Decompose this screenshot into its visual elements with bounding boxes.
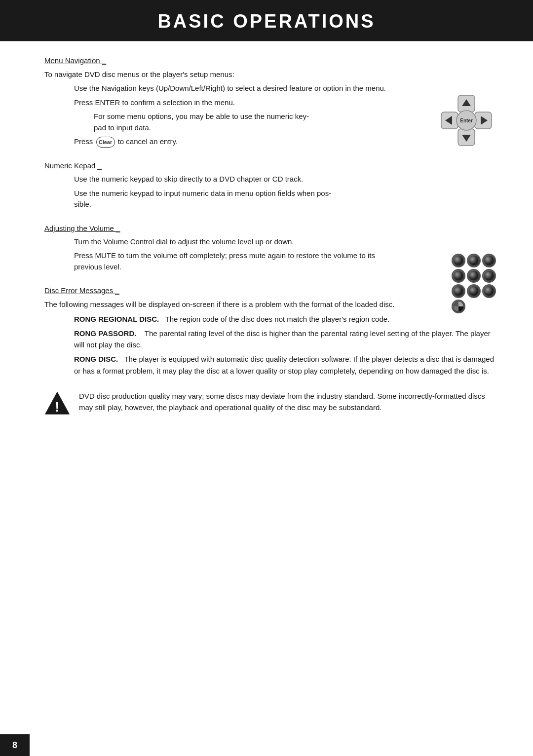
menu-navigation-section: Menu Navigation _ To navigate DVD disc m… [44, 56, 498, 148]
numpad-key-4 [452, 269, 465, 283]
page-header: BASIC OPERATIONS [0, 0, 533, 41]
numpad-key-0 [452, 300, 465, 313]
svg-point-14 [469, 271, 479, 281]
menu-navigation-heading: Menu Navigation _ [44, 56, 498, 65]
svg-point-12 [484, 256, 494, 265]
page-number: 8 [12, 740, 17, 751]
warning-text: DVD disc production quality may vary; so… [79, 390, 498, 414]
numpad-diagram [452, 254, 496, 313]
volume-item-1: Turn the Volume Control dial to adjust t… [74, 236, 498, 248]
warning-box: ! DVD disc production quality may vary; … [44, 390, 498, 416]
warning-icon: ! [44, 390, 70, 416]
numpad-key-5 [467, 269, 481, 283]
disc-error-messages-section: Disc Error Messages _ The following mess… [44, 286, 498, 377]
volume-item-2: Press MUTE to turn the volume off comple… [74, 250, 498, 272]
svg-text:Enter: Enter [460, 118, 473, 123]
numpad-key-8 [467, 284, 481, 298]
numeric-keypad-heading: Numeric Kepad _ [44, 161, 498, 170]
svg-point-10 [454, 256, 463, 265]
disc-error-intro: The following messages will be displayed… [44, 299, 498, 310]
adjusting-volume-section: Adjusting the Volume _ Turn the Volume C… [44, 224, 498, 273]
menu-navigation-intro: To navigate DVD disc menus or the player… [44, 69, 498, 80]
menu-nav-item-1: Use the Navigation keys (Up/Down/Left/Ri… [74, 83, 498, 94]
numeric-keypad-item-1: Use the numeric keypad to skip directly … [74, 174, 498, 185]
adjusting-volume-heading: Adjusting the Volume _ [44, 224, 498, 232]
svg-point-16 [454, 286, 463, 296]
svg-point-15 [484, 271, 494, 281]
svg-point-11 [469, 256, 479, 265]
numpad-key-2 [467, 254, 481, 267]
svg-text:!: ! [55, 399, 59, 415]
numpad-key-6 [482, 269, 496, 283]
menu-nav-item-4: Press Clear to cancel an entry. [74, 136, 498, 148]
disc-error-item-2: RONG PASSORD. The parental rating level … [74, 328, 498, 351]
page-footer: 8 [0, 734, 30, 756]
svg-point-17 [469, 286, 479, 296]
menu-nav-item-2: Press ENTER to confirm a selection in th… [74, 97, 498, 109]
main-content: Enter Menu Navigation _ To navigate DVD … [0, 41, 533, 436]
page-title: BASIC OPERATIONS [0, 11, 533, 32]
disc-error-heading: Disc Error Messages _ [44, 286, 498, 295]
disc-error-item-3: RONG DISC. The player is equipped with a… [74, 353, 498, 377]
numpad-key-7 [452, 284, 465, 298]
numpad-key-9 [482, 284, 496, 298]
dpad-diagram: Enter [439, 93, 494, 148]
numeric-keypad-item-2: Use the numeric keypad to input numeric … [74, 188, 498, 210]
numpad-key-1 [452, 254, 465, 267]
svg-point-13 [454, 271, 463, 281]
disc-error-item-1: RONG REGIONAL DISC. The region code of t… [74, 313, 498, 325]
numeric-keypad-section: Numeric Kepad _ Use the numeric keypad t… [44, 161, 498, 210]
svg-point-18 [484, 286, 494, 296]
numpad-key-3 [482, 254, 496, 267]
menu-nav-item-3: For some menu options, you may be able t… [94, 111, 498, 133]
clear-button-inline: Clear [96, 137, 115, 148]
